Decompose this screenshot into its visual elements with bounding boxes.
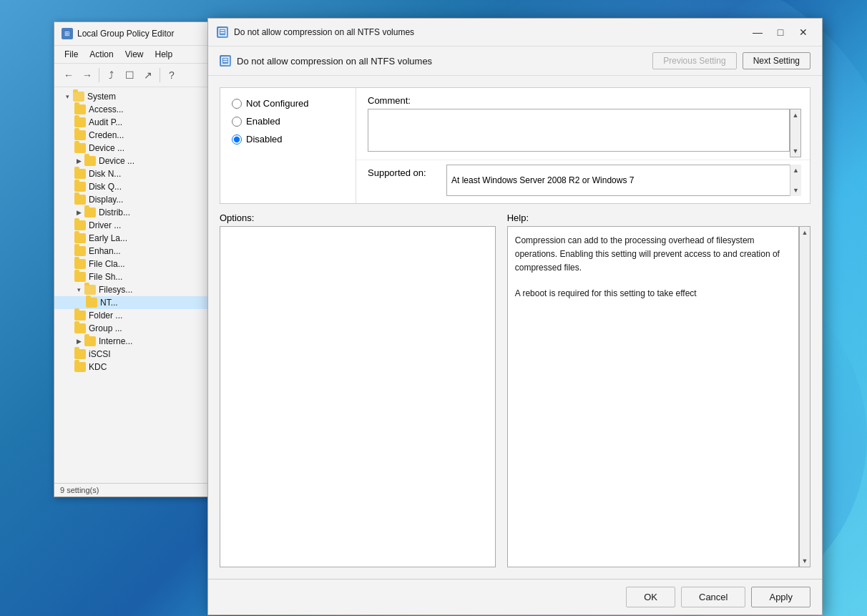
disabled-option[interactable]: Disabled bbox=[232, 134, 344, 145]
dialog-window: Do not allow compression on all NTFS vol… bbox=[207, 18, 823, 615]
help-column: Help: Compression can add to the process… bbox=[507, 212, 810, 567]
dialog-title: Do not allow compression on all NTFS vol… bbox=[234, 27, 742, 37]
menu-view[interactable]: View bbox=[121, 48, 148, 61]
comment-area: Comment: ▲ ▼ bbox=[356, 88, 810, 160]
folder-icon bbox=[74, 195, 86, 205]
close-button[interactable]: ✕ bbox=[793, 24, 813, 40]
help-box-wrapper: Compression can add to the processing ov… bbox=[507, 226, 810, 567]
forward-button[interactable]: → bbox=[79, 67, 96, 84]
help-scroll-up[interactable]: ▲ bbox=[799, 227, 810, 238]
toolbar-sep-1 bbox=[99, 68, 99, 82]
folder-icon bbox=[74, 362, 86, 372]
folder-icon bbox=[84, 207, 96, 217]
menu-action[interactable]: Action bbox=[85, 48, 117, 61]
up-button[interactable]: ⤴ bbox=[102, 67, 119, 84]
dialog-titlebar: Do not allow compression on all NTFS vol… bbox=[208, 19, 822, 47]
toolbar-sep-2 bbox=[160, 68, 160, 82]
folder-icon bbox=[84, 336, 96, 346]
header-policy-icon bbox=[220, 55, 231, 67]
not-configured-label: Not Configured bbox=[246, 98, 308, 109]
folder-icon bbox=[74, 130, 86, 140]
back-button[interactable]: ← bbox=[60, 67, 77, 84]
supported-label: Supported on: bbox=[368, 165, 446, 178]
scroll-down-arrow[interactable]: ▼ bbox=[790, 145, 801, 157]
help-text-1: Compression can add to the processing ov… bbox=[515, 234, 791, 275]
folder-icon bbox=[74, 143, 86, 153]
comment-supported-panel: Comment: ▲ ▼ Supported on: bbox=[356, 88, 810, 203]
tree-label: Group ... bbox=[89, 323, 122, 333]
tree-label: Display... bbox=[89, 195, 123, 205]
options-box bbox=[220, 226, 496, 567]
disabled-radio[interactable] bbox=[232, 135, 242, 145]
folder-icon bbox=[74, 169, 86, 179]
supported-box-container: At least Windows Server 2008 R2 or Windo… bbox=[446, 165, 801, 196]
chevron-icon: ▶ bbox=[74, 337, 83, 346]
enabled-radio[interactable] bbox=[232, 117, 242, 127]
tree-label: Early La... bbox=[89, 233, 127, 243]
dialog-title-controls: — □ ✕ bbox=[748, 24, 813, 40]
folder-icon bbox=[74, 246, 86, 256]
not-configured-option[interactable]: Not Configured bbox=[232, 98, 344, 109]
tree-label: Audit P... bbox=[89, 117, 122, 127]
folder-icon bbox=[86, 298, 97, 308]
dialog-header: Do not allow compression on all NTFS vol… bbox=[208, 47, 822, 76]
comment-label: Comment: bbox=[368, 95, 801, 106]
not-configured-radio[interactable] bbox=[232, 99, 242, 109]
tree-label: Distrib... bbox=[99, 207, 130, 217]
dialog-header-nav: Previous Setting Next Setting bbox=[652, 52, 810, 69]
scroll-up-arrow[interactable]: ▲ bbox=[790, 109, 801, 121]
maximize-button[interactable]: □ bbox=[770, 24, 790, 40]
folder-icon bbox=[74, 259, 86, 269]
scroll-up-icon[interactable]: ▲ bbox=[790, 165, 802, 176]
menu-help[interactable]: Help bbox=[151, 48, 177, 61]
previous-setting-button[interactable]: Previous Setting bbox=[652, 52, 736, 69]
tree-label: Driver ... bbox=[89, 220, 121, 230]
menu-file[interactable]: File bbox=[60, 48, 82, 61]
svg-rect-1 bbox=[220, 30, 225, 31]
chevron-icon: ▾ bbox=[63, 92, 72, 101]
tree-label: Access... bbox=[89, 104, 124, 114]
disabled-label: Disabled bbox=[246, 134, 283, 145]
supported-area: Supported on: At least Windows Server 20… bbox=[356, 160, 810, 203]
folder-icon bbox=[74, 349, 86, 359]
export-button[interactable]: ↗ bbox=[139, 67, 157, 84]
supported-scrollbar: ▲ ▼ bbox=[790, 165, 801, 196]
cancel-button[interactable]: Cancel bbox=[681, 587, 745, 607]
svg-rect-2 bbox=[220, 32, 225, 34]
comment-input[interactable] bbox=[368, 109, 790, 152]
next-setting-button[interactable]: Next Setting bbox=[743, 52, 810, 69]
tree-label: NT... bbox=[100, 298, 118, 308]
options-help-area: Options: Help: Compression can add to th… bbox=[220, 212, 810, 567]
show-hide-button[interactable]: ☐ bbox=[121, 67, 138, 84]
chevron-icon: ▶ bbox=[74, 157, 83, 165]
apply-button[interactable]: Apply bbox=[751, 587, 810, 607]
help-scroll-down[interactable]: ▼ bbox=[799, 555, 810, 567]
svg-rect-5 bbox=[223, 61, 227, 62]
comment-scrollbar: ▲ ▼ bbox=[790, 109, 801, 157]
help-label: Help: bbox=[507, 212, 810, 223]
comment-box-container: ▲ ▼ bbox=[368, 109, 801, 154]
tree-label: Enhan... bbox=[89, 246, 121, 256]
tree-label: Creden... bbox=[89, 130, 124, 140]
help-button[interactable]: ? bbox=[163, 67, 180, 84]
folder-icon bbox=[74, 220, 86, 230]
help-scrollbar: ▲ ▼ bbox=[799, 226, 810, 567]
config-area: Not Configured Enabled Disabled Comment: bbox=[220, 87, 810, 204]
folder-icon bbox=[73, 92, 84, 102]
scroll-down-icon[interactable]: ▼ bbox=[790, 185, 802, 196]
enabled-option[interactable]: Enabled bbox=[232, 116, 344, 127]
folder-icon bbox=[74, 104, 86, 114]
lgpe-title: Local Group Policy Editor bbox=[77, 29, 174, 39]
svg-rect-4 bbox=[223, 59, 227, 60]
ok-button[interactable]: OK bbox=[626, 587, 675, 607]
folder-icon bbox=[74, 272, 86, 282]
folder-icon bbox=[74, 182, 86, 192]
dialog-footer: OK Cancel Apply bbox=[208, 579, 822, 615]
minimize-button[interactable]: — bbox=[748, 24, 768, 40]
folder-icon bbox=[84, 156, 96, 166]
chevron-icon: ▾ bbox=[74, 285, 83, 294]
folder-icon bbox=[74, 311, 86, 321]
folder-icon bbox=[74, 323, 86, 333]
tree-label: File Cla... bbox=[89, 259, 125, 269]
lgpe-title-icon: ⊞ bbox=[62, 28, 73, 39]
